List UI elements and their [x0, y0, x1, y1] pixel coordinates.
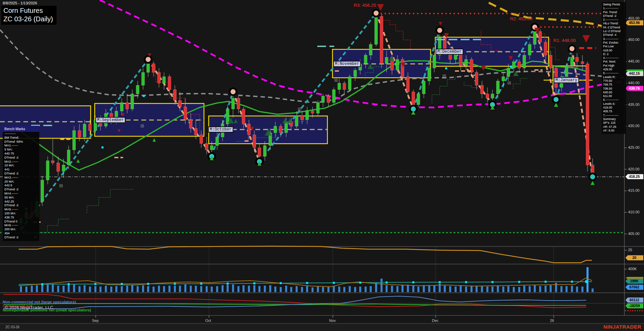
bench-marks-line: DTrend -2: [3, 172, 39, 176]
bench-marks-line: 100 MA:: [3, 212, 39, 216]
cot-legend-0: Non-commercial net (large speculators): [3, 300, 76, 304]
bench-marks-line: MA4.------: [3, 192, 39, 196]
month-label-october[interactable]: M:October: [208, 126, 233, 133]
month-label-december[interactable]: M:December: [436, 49, 463, 55]
bench-marks-line: DTrend 0: [3, 220, 39, 224]
swing-pivots-line: Pvt Low: [603, 45, 626, 48]
swing-pivots-line: Summary: [603, 117, 626, 121]
bench-marks-panel: Bench Marks -----------BM Trend:DTrend -…: [3, 126, 39, 241]
volume-badge-67062: 67062: [625, 285, 643, 290]
price-tick-425.00: 425.00: [628, 145, 644, 149]
swing-pivots-line: 611.00: [603, 94, 626, 98]
swing-pivots-line: 5.-------------: [603, 71, 626, 75]
price-tick-415.00: 415.00: [628, 188, 644, 192]
bench-marks-line: 438.75: [3, 216, 39, 220]
swing-pivots-line: 1.-------------: [603, 6, 626, 10]
x-axis-label-26[interactable]: 26: [550, 318, 554, 323]
swing-pivots-line: Levels R:: [603, 75, 626, 79]
swing-pivots-line: 640.00: [603, 91, 626, 94]
bench-marks-line: MA3.------: [3, 176, 39, 180]
bench-marks-line: 442.5: [3, 184, 39, 188]
swing-pivots-line: 2.-------------: [603, 18, 626, 22]
inside-bar-label: IB: [442, 74, 446, 78]
x-axis-label-Oct[interactable]: Oct: [205, 318, 211, 323]
price-badge-442.15: 442.15: [625, 71, 643, 76]
chart-canvas[interactable]: [0, 0, 644, 331]
price-tick-405.00: 405.00: [628, 232, 644, 236]
swing-pivots-line: 405.75: [603, 110, 626, 113]
price-tick-420.00: 420.00: [628, 167, 644, 171]
swing-pivots-line: DTrend -2: [603, 14, 626, 18]
swing-pivots-line: HiLo Trend:: [603, 22, 626, 25]
bench-marks-title: Bench Marks: [3, 126, 39, 132]
swing-pivots-line: AF: 8.00: [603, 129, 626, 133]
price-tick-430.00: 430.00: [628, 124, 644, 128]
x-axis-label-Nov[interactable]: Nov: [329, 318, 336, 323]
bench-marks-line: MA1.------: [3, 144, 39, 148]
swing-pivots-line: SP's: 115: [603, 121, 626, 125]
swing-pivots-line: 7.-------------: [603, 114, 626, 117]
swing-pivots-line: AR: 47.25: [603, 125, 626, 129]
resistance-label-R2: R2: 453.00: [510, 16, 532, 21]
bench-marks-line: 20 MA:: [3, 180, 39, 184]
swing-pivots-line: Pvt. Next:: [603, 60, 626, 64]
swing-pivots-line: 418.00: [603, 49, 626, 52]
month-label-january[interactable]: M:January: [554, 77, 579, 83]
bench-marks-line: 440.75: [3, 152, 39, 156]
bench-marks-line: MA6.------: [3, 223, 39, 228]
month-label-november[interactable]: M:November: [333, 61, 361, 67]
resistance-label-R3: R3: 456.25: [354, 3, 376, 8]
bench-marks-line: DTrend -58%: [3, 140, 39, 144]
swing-pivots-panel: Swing Pivots1.-------------Pvt. Trend:DT…: [602, 2, 626, 134]
inside-bar-label: IB: [140, 124, 144, 128]
symbol-tab[interactable]: ZC 03-26: [5, 325, 20, 329]
resistance-label-R1: R1: 448.00: [553, 38, 576, 43]
date-range: 8/8/2025 - 1/13/2026: [3, 1, 37, 5]
inside-bar-label: IB: [507, 81, 511, 86]
price-tick-435.00: 435.00: [628, 102, 644, 107]
swing-pivots-line: 708.50: [603, 87, 626, 91]
inside-bar-label: IB: [334, 78, 338, 83]
bench-marks-line: DTrend -2: [3, 204, 39, 208]
bench-marks-line: BM Trend:: [3, 136, 39, 140]
swing-pivots-line: Pvt. Evolve:: [603, 41, 626, 45]
swing-pivots-line: 429.00: [603, 68, 626, 71]
price-tick-450.00: 450.00: [628, 38, 644, 42]
panel1-badge: 20: [625, 255, 643, 260]
price-tick-440.00: 440.00: [628, 81, 644, 85]
price-badge-453.96: 453.96: [625, 20, 643, 25]
chart-window: 8/8/2025 - 1/13/2026 Corn Futures ZC 03-…: [0, 0, 644, 331]
swing-pivots-line: D: 2: [603, 52, 626, 56]
swing-pivots-line: 3.-------------: [603, 37, 626, 41]
bench-marks-line: DTrend -2: [3, 188, 39, 192]
bench-marks-line: 454: [3, 232, 39, 236]
price-badge-418.25: 418.25: [625, 174, 643, 179]
bottom-tab-bar: [0, 324, 644, 331]
price-tick-455.00: 455.00: [628, 16, 644, 20]
inside-bar-label: IB: [59, 184, 63, 188]
instrument-name: Corn Futures: [3, 6, 53, 15]
x-axis-label-Sep[interactable]: Sep: [92, 318, 99, 323]
bench-marks-line: -----------: [3, 132, 39, 136]
contract-period: ZC 03-26 (Daily): [3, 15, 53, 23]
ninjatrader-logo: NINJATRADER: [603, 324, 641, 330]
swing-pivots-line: Levels S:: [603, 102, 626, 106]
bench-marks-line: 441: [3, 168, 39, 172]
bench-marks-line: DTrend -2: [3, 156, 39, 160]
swing-pivots-line: Pvt High: [603, 64, 626, 68]
bench-marks-line: 5 MA:: [3, 148, 39, 152]
bench-marks-line: DTrend -2: [3, 236, 39, 240]
swing-pivots-line: Lo:-2 DTrend: [603, 29, 626, 33]
panel1-tick: 25: [628, 248, 644, 252]
bench-marks-line: 10 MA:: [3, 164, 39, 168]
cot-badge--18259: -18259: [625, 303, 643, 308]
x-axis-label-Dec[interactable]: Dec: [432, 318, 439, 323]
volume-badge-199K: 199K: [625, 279, 643, 284]
swing-pivots-line: Swing Pivots: [603, 3, 626, 6]
swing-pivots-line: 418.00: [603, 106, 626, 110]
month-label-september[interactable]: M:September: [95, 117, 125, 123]
volume-tick: 400K: [628, 267, 644, 271]
chart-title: Corn Futures ZC 03-26 (Daily): [1, 6, 56, 25]
swing-pivots-line: 6.-------------: [603, 98, 626, 102]
swing-pivots-line: 768.75: [603, 83, 626, 87]
